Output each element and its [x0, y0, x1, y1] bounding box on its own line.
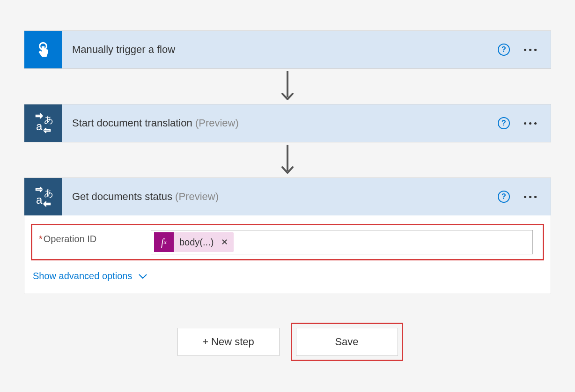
translation-title: Start document translation (Preview) — [62, 117, 498, 129]
status-step-body: *Operation ID fx body(...) ✕ Show advanc… — [24, 215, 551, 294]
show-advanced-options-link[interactable]: Show advanced options — [31, 271, 544, 281]
translator-icon: a あ — [31, 111, 55, 135]
svg-text:a: a — [36, 120, 43, 133]
translation-step-card: a あ Start document translation (Preview)… — [24, 104, 551, 142]
advanced-link-text: Show advanced options — [33, 271, 132, 281]
translation-icon: a あ — [24, 104, 62, 142]
fx-icon: fx — [154, 232, 174, 252]
more-menu-icon[interactable] — [524, 122, 537, 125]
preview-tag: (Preview) — [175, 191, 219, 202]
translation-title-text: Start document translation — [72, 117, 195, 129]
token-label: body(...) — [174, 237, 219, 248]
trigger-icon — [24, 31, 62, 68]
touch-icon — [33, 40, 53, 59]
translator-icon: a あ — [31, 185, 55, 208]
help-icon[interactable]: ? — [498, 117, 510, 129]
svg-text:あ: あ — [44, 188, 53, 198]
field-label-text: Operation ID — [44, 234, 96, 244]
trigger-step-card: Manually trigger a flow ? — [24, 30, 551, 69]
preview-tag: (Preview) — [195, 117, 239, 129]
help-icon[interactable]: ? — [498, 191, 510, 203]
translation-step-header[interactable]: a あ Start document translation (Preview)… — [24, 104, 551, 142]
help-icon[interactable]: ? — [498, 44, 510, 56]
new-step-button[interactable]: + New step — [177, 328, 280, 356]
operation-id-input[interactable]: fx body(...) ✕ — [151, 230, 533, 254]
remove-token-icon[interactable]: ✕ — [219, 237, 230, 247]
expression-token[interactable]: fx body(...) ✕ — [154, 232, 234, 252]
status-title-text: Get documents status — [72, 191, 175, 202]
status-step-card: a あ Get documents status (Preview) ? *Op… — [24, 178, 551, 294]
status-icon: a あ — [24, 178, 62, 215]
status-title: Get documents status (Preview) — [62, 191, 498, 203]
svg-text:a: a — [36, 193, 43, 206]
trigger-step-header[interactable]: Manually trigger a flow ? — [24, 31, 551, 68]
more-menu-icon[interactable] — [524, 196, 537, 198]
save-button[interactable]: Save — [296, 328, 398, 356]
required-indicator: * — [39, 234, 43, 244]
connector-arrow — [280, 142, 295, 178]
trigger-title: Manually trigger a flow — [62, 44, 498, 56]
more-menu-icon[interactable] — [524, 49, 537, 51]
operation-id-label: *Operation ID — [36, 230, 151, 244]
chevron-down-icon — [139, 274, 147, 279]
bottom-button-row: + New step Save — [177, 328, 398, 356]
status-step-header[interactable]: a あ Get documents status (Preview) ? — [24, 178, 551, 215]
svg-text:あ: あ — [44, 114, 53, 125]
connector-arrow — [280, 69, 295, 104]
operation-id-field: *Operation ID fx body(...) ✕ — [31, 224, 544, 260]
